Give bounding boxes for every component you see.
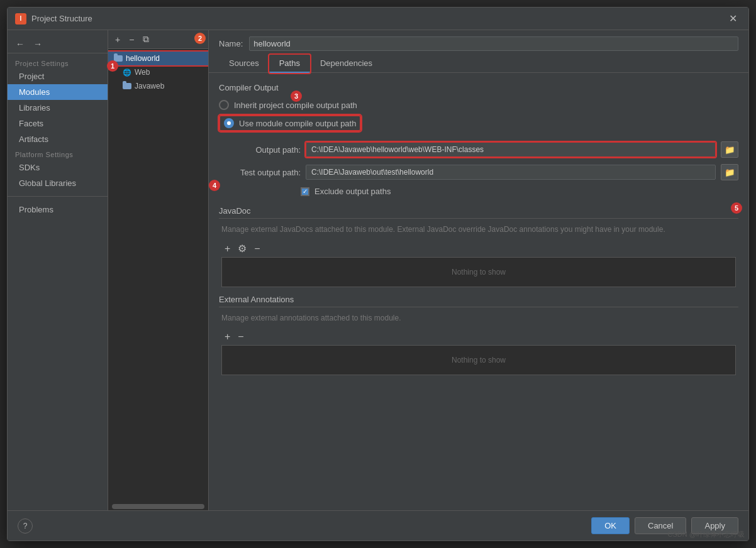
content-area: Compiler Output Inherit project compile … bbox=[209, 73, 748, 510]
tree-toolbar: + − ⧉ 2 bbox=[108, 30, 208, 49]
browse-folder-icon-2: 📁 bbox=[725, 168, 735, 177]
javadoc-add-button[interactable]: + bbox=[221, 242, 233, 256]
project-settings-label: Project Settings bbox=[8, 56, 108, 68]
radio-use-module[interactable]: Use module compile output path bbox=[219, 115, 361, 131]
main-content: Name: Sources Paths Dependencies Compile… bbox=[209, 30, 748, 510]
sidebar-item-modules[interactable]: Modules bbox=[8, 84, 108, 100]
javadoc-section: JavaDoc Manage external JavaDocs attache… bbox=[219, 206, 738, 287]
badge-1-indicator: 1 bbox=[107, 60, 118, 72]
tree-item-javaweb[interactable]: Javaweb bbox=[108, 79, 208, 93]
footer-left: ? bbox=[18, 518, 33, 534]
tab-sources[interactable]: Sources bbox=[219, 55, 269, 73]
checkbox-check-icon: ✓ bbox=[303, 188, 308, 195]
radio-use-module-label: Use module compile output path bbox=[239, 119, 356, 128]
name-label: Name: bbox=[219, 39, 243, 48]
tree-toolbar-actions: + − ⧉ bbox=[112, 33, 204, 46]
test-output-path-row: Test output path: 📁 bbox=[219, 164, 738, 180]
sidebar-item-global-libraries[interactable]: Global Libraries bbox=[8, 175, 108, 191]
sidebar: ← → Project Settings Project Modules Lib… bbox=[8, 30, 108, 510]
platform-settings-label: Platform Settings bbox=[8, 147, 108, 160]
output-path-input[interactable] bbox=[306, 142, 716, 157]
badge-4: 4 bbox=[209, 180, 220, 191]
tree-item-web-label: Web bbox=[135, 68, 150, 77]
exclude-checkbox[interactable]: ✓ bbox=[301, 187, 309, 196]
output-path-label: Output path: bbox=[231, 145, 301, 155]
tree-item-helloworld-label: helloworld bbox=[126, 54, 160, 63]
test-output-path-label: Test output path: bbox=[231, 168, 301, 177]
ok-button[interactable]: OK bbox=[591, 517, 630, 534]
javadoc-toolbar: + ⚙ − bbox=[219, 240, 738, 257]
badge-3: 3 bbox=[291, 90, 302, 102]
badge-5: 5 bbox=[731, 202, 742, 214]
output-path-browse-button[interactable]: 📁 bbox=[721, 141, 738, 158]
app-icon: I bbox=[15, 13, 26, 25]
tab-paths[interactable]: Paths bbox=[269, 55, 310, 73]
radio-inherit-circle bbox=[219, 100, 229, 110]
ext-annotations-remove-button[interactable]: − bbox=[235, 330, 247, 344]
test-output-path-input[interactable] bbox=[306, 165, 716, 180]
title-bar: I Project Structure ✕ bbox=[8, 8, 748, 30]
tree-item-web[interactable]: 🌐 Web bbox=[108, 65, 208, 79]
module-tree-panel: + − ⧉ 2 helloworld 🌐 Web bbox=[108, 30, 209, 510]
ext-annotations-add-button[interactable]: + bbox=[221, 330, 233, 344]
javadoc-add-config-button[interactable]: ⚙ bbox=[235, 241, 250, 256]
external-annotations-empty-list: Nothing to show bbox=[221, 345, 736, 375]
module-tree-items: helloworld 🌐 Web Javaweb bbox=[108, 49, 208, 503]
tree-item-helloworld[interactable]: helloworld bbox=[108, 52, 208, 65]
badge-2: 2 bbox=[194, 33, 206, 44]
nav-forward-button[interactable]: → bbox=[30, 38, 45, 50]
dialog-body: ← → Project Settings Project Modules Lib… bbox=[8, 30, 748, 510]
sidebar-item-problems[interactable]: Problems bbox=[8, 202, 108, 217]
tree-remove-button[interactable]: − bbox=[126, 33, 137, 46]
sidebar-item-project[interactable]: Project bbox=[8, 68, 108, 84]
sidebar-item-sdks[interactable]: SDKs bbox=[8, 160, 108, 175]
web-icon: 🌐 bbox=[122, 67, 132, 77]
tabs-row: Sources Paths Dependencies bbox=[209, 55, 748, 73]
close-button[interactable]: ✕ bbox=[725, 11, 741, 26]
badge-3-indicator: 3 bbox=[291, 90, 302, 102]
external-annotations-toolbar: + − bbox=[219, 329, 738, 345]
sidebar-item-artifacts[interactable]: Artifacts bbox=[8, 131, 108, 147]
exclude-checkbox-row: ✓ Exclude output paths bbox=[219, 187, 738, 196]
tab-dependencies[interactable]: Dependencies bbox=[310, 55, 382, 73]
dialog-footer: ? OK Cancel Apply CSDN @叶绿体不忘呼吸 bbox=[8, 510, 748, 540]
exclude-checkbox-label: Exclude output paths bbox=[314, 187, 391, 196]
tree-scrollbar[interactable] bbox=[112, 504, 204, 509]
output-path-row: Output path: 📁 bbox=[219, 141, 738, 158]
nav-back-button[interactable]: ← bbox=[13, 38, 28, 50]
tree-copy-button[interactable]: ⧉ bbox=[140, 33, 152, 46]
name-input[interactable] bbox=[249, 36, 738, 51]
radio-use-module-circle bbox=[224, 118, 234, 128]
sidebar-item-libraries[interactable]: Libraries bbox=[8, 100, 108, 116]
dialog-title: Project Structure bbox=[31, 14, 725, 23]
project-structure-dialog: I Project Structure ✕ ← → Project Settin… bbox=[7, 7, 749, 541]
external-annotations-section: External Annotations Manage external ann… bbox=[219, 295, 738, 375]
tree-item-javaweb-label: Javaweb bbox=[135, 82, 164, 90]
javadoc-title: JavaDoc bbox=[219, 206, 738, 219]
badge-4-indicator: 4 bbox=[209, 180, 220, 191]
badge-5-indicator: 5 bbox=[731, 202, 742, 214]
javadoc-description: Manage external JavaDocs attached to thi… bbox=[219, 224, 738, 235]
watermark-text: CSDN @叶绿体不忘呼吸 bbox=[664, 529, 748, 540]
badge-1: 1 bbox=[107, 60, 118, 72]
javadoc-empty-list: Nothing to show bbox=[221, 257, 736, 287]
external-annotations-title: External Annotations bbox=[219, 295, 738, 307]
javaweb-folder-icon bbox=[122, 81, 132, 91]
test-output-path-browse-button[interactable]: 📁 bbox=[721, 164, 738, 180]
tree-add-button[interactable]: + bbox=[112, 33, 123, 46]
sidebar-item-facets[interactable]: Facets bbox=[8, 116, 108, 131]
help-button[interactable]: ? bbox=[18, 518, 33, 534]
external-annotations-description: Manage external annotations attached to … bbox=[219, 312, 738, 324]
radio-group: Inherit project compile output path Use … bbox=[219, 100, 738, 131]
javadoc-remove-button[interactable]: − bbox=[251, 242, 263, 256]
name-row: Name: bbox=[209, 30, 748, 55]
browse-folder-icon: 📁 bbox=[725, 145, 735, 155]
